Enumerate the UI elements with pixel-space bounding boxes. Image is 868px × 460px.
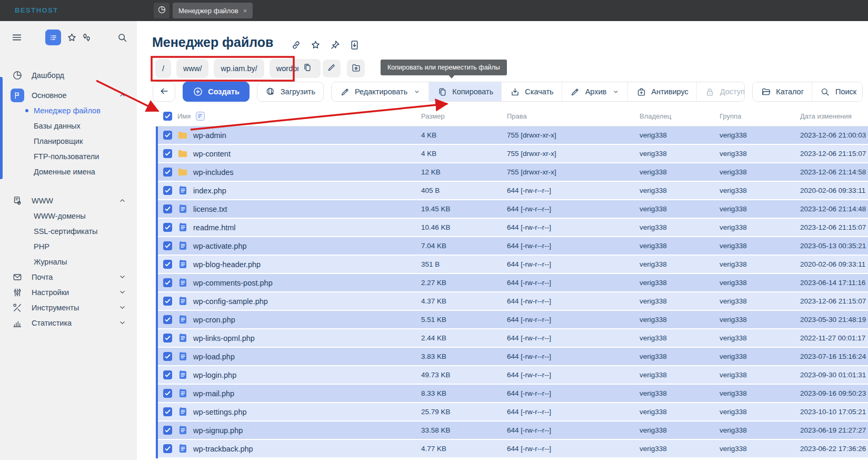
row-checkbox[interactable]	[163, 352, 172, 361]
table-row[interactable]: wp-login.php49.73 KB644 [-rw-r--r--]veri…	[156, 366, 868, 385]
table-row[interactable]: wp-activate.php7.04 KB644 [-rw-r--r--]ve…	[156, 237, 868, 256]
chevron-down-icon[interactable]	[118, 272, 127, 282]
row-checkbox[interactable]	[163, 168, 172, 177]
sidebar-item-statistics[interactable]: Статистика	[0, 315, 137, 330]
hamburger-menu-icon[interactable]	[11, 31, 23, 44]
file-size: 7.04 KB	[421, 242, 507, 250]
file-perms: 644 [-rw-r--r--]	[507, 242, 640, 250]
table-row[interactable]: wp-trackback.php4.77 KB644 [-rw-r--r--]v…	[156, 440, 868, 458]
table-row[interactable]: wp-cron.php5.51 KB644 [-rw-r--r--]verig3…	[156, 311, 868, 329]
row-checkbox[interactable]	[163, 186, 172, 195]
star-icon[interactable]	[309, 38, 322, 51]
table-row[interactable]: wp-links-opml.php2.44 KB644 [-rw-r--r--]…	[156, 329, 868, 348]
chevron-up-icon[interactable]	[118, 91, 127, 100]
column-header-4[interactable]: Дата изменения	[800, 112, 868, 120]
chevron-up-icon[interactable]	[118, 196, 127, 205]
row-checkbox[interactable]	[163, 407, 172, 416]
catalog-button[interactable]: Каталог	[753, 82, 812, 101]
search-icon[interactable]	[116, 31, 128, 44]
file-group: verig338	[720, 408, 800, 416]
row-checkbox[interactable]	[163, 426, 172, 435]
row-checkbox[interactable]	[163, 315, 172, 324]
sidebar-item-main[interactable]: Основное	[0, 87, 137, 103]
sidebar-subitem-domain-names[interactable]: Доменные имена	[0, 164, 137, 179]
back-button[interactable]	[153, 82, 175, 102]
table-row[interactable]: wp-settings.php25.79 KB644 [-rw-r--r--]v…	[156, 403, 868, 422]
sidebar-item-www[interactable]: WWW	[0, 193, 137, 208]
sidebar-subitem-file-manager[interactable]: Менеджер файлов	[0, 103, 137, 118]
link-icon[interactable]	[290, 38, 302, 51]
table-row[interactable]: index.php405 B644 [-rw-r--r--]verig338ve…	[156, 182, 868, 200]
close-icon[interactable]: ×	[243, 7, 247, 15]
table-row[interactable]: wp-admin4 KB755 [drwxr-xr-x]verig338veri…	[156, 126, 868, 145]
chevron-down-icon[interactable]	[118, 318, 127, 328]
chevron-down-icon[interactable]	[118, 288, 127, 297]
table-row[interactable]: wp-comments-post.php2.27 KB644 [-rw-r--r…	[156, 274, 868, 292]
row-checkbox[interactable]	[163, 204, 172, 213]
pin-icon[interactable]	[328, 38, 341, 51]
antivirus-button[interactable]: Антивирус	[627, 82, 696, 101]
row-checkbox[interactable]	[163, 278, 172, 287]
file-perms: 644 [-rw-r--r--]	[507, 389, 640, 397]
sidebar-subitem-databases[interactable]: Базы данных	[0, 118, 137, 133]
table-row[interactable]: wp-content4 KB755 [drwxr-xr-x]verig338ve…	[156, 145, 868, 163]
row-checkbox[interactable]	[163, 389, 172, 398]
create-button[interactable]: Создать	[183, 82, 250, 102]
archive-button[interactable]: Архив	[562, 82, 628, 101]
sidebar-subitem-www-domains[interactable]: WWW-домены	[0, 208, 137, 223]
breadcrumb-segment-1[interactable]: www/	[176, 59, 208, 78]
row-checkbox[interactable]	[163, 370, 172, 379]
table-row[interactable]: wp-includes12 KB755 [drwxr-xr-x]verig338…	[156, 163, 868, 182]
column-header-0[interactable]: Размер	[421, 112, 507, 120]
favorites-icon[interactable]	[65, 31, 78, 44]
upload-button[interactable]: Загрузить	[257, 82, 324, 102]
column-header-3[interactable]: Группа	[720, 112, 800, 120]
menu-view-button[interactable]	[45, 30, 61, 45]
row-checkbox[interactable]	[163, 444, 172, 453]
table-row[interactable]: wp-load.php3.83 KB644 [-rw-r--r--]verig3…	[156, 348, 868, 366]
table-row[interactable]: readme.html10.46 KB644 [-rw-r--r--]verig…	[156, 219, 868, 237]
favorite-folder-button[interactable]	[347, 60, 365, 77]
table-row[interactable]: wp-mail.php8.33 KB644 [-rw-r--r--]verig3…	[156, 385, 868, 403]
file-name: wp-admin	[193, 131, 226, 140]
row-checkbox[interactable]	[163, 149, 172, 158]
sidebar-subitem-ssl-certificates[interactable]: SSL-сертификаты	[0, 223, 137, 239]
row-checkbox[interactable]	[163, 241, 172, 250]
footprints-icon[interactable]	[80, 31, 93, 44]
sidebar-item-tools[interactable]: Инструменты	[0, 300, 137, 315]
column-header-1[interactable]: Права	[507, 112, 640, 120]
sidebar-subitem-logs[interactable]: Журналы	[0, 254, 137, 269]
download-button[interactable]: Скачать	[501, 82, 561, 101]
breadcrumb-segment-0[interactable]: /	[155, 59, 171, 78]
column-header-name[interactable]: Имя	[177, 112, 191, 120]
row-checkbox[interactable]	[163, 297, 172, 306]
sort-icon[interactable]	[196, 112, 205, 121]
sidebar-item-settings[interactable]: Настройки	[0, 285, 137, 300]
copy-button[interactable]: Копировать	[428, 82, 501, 101]
search-files-button[interactable]: Поиск	[812, 82, 863, 101]
table-row[interactable]: license.txt19.45 KB644 [-rw-r--r--]verig…	[156, 200, 868, 219]
column-header-2[interactable]: Владелец	[640, 112, 720, 120]
row-checkbox[interactable]	[163, 223, 172, 232]
table-row[interactable]: wp-blog-header.php351 B644 [-rw-r--r--]v…	[156, 256, 868, 274]
sidebar-item-dashboard[interactable]: Дашборд	[0, 67, 137, 83]
row-checkbox[interactable]	[163, 334, 172, 342]
row-checkbox[interactable]	[163, 131, 172, 140]
edit-path-button[interactable]	[323, 60, 341, 77]
row-checkbox[interactable]	[163, 260, 172, 269]
copy-path-button[interactable]	[298, 60, 316, 77]
table-row[interactable]: wp-signup.php33.58 KB644 [-rw-r--r--]ver…	[156, 422, 868, 440]
sidebar-subitem-php[interactable]: PHP	[0, 239, 137, 254]
sidebar-subitem-scheduler[interactable]: Планировщик	[0, 133, 137, 149]
open-tab-file-manager[interactable]: Менеджер файлов ×	[173, 3, 253, 18]
access-button[interactable]: Доступ	[696, 82, 745, 101]
select-all-checkbox[interactable]	[163, 112, 172, 121]
chevron-down-icon[interactable]	[118, 303, 127, 312]
sidebar-subitem-ftp-users[interactable]: FTP-пользователи	[0, 149, 137, 164]
breadcrumb-segment-2[interactable]: wp.iam.by/	[214, 59, 264, 78]
dashboard-tab-button[interactable]	[154, 3, 169, 18]
edit-button[interactable]: Редактировать	[332, 82, 428, 101]
export-document-icon[interactable]	[348, 38, 361, 51]
table-row[interactable]: wp-config-sample.php4.37 KB644 [-rw-r--r…	[156, 292, 868, 311]
sidebar-item-mail[interactable]: Почта	[0, 269, 137, 285]
